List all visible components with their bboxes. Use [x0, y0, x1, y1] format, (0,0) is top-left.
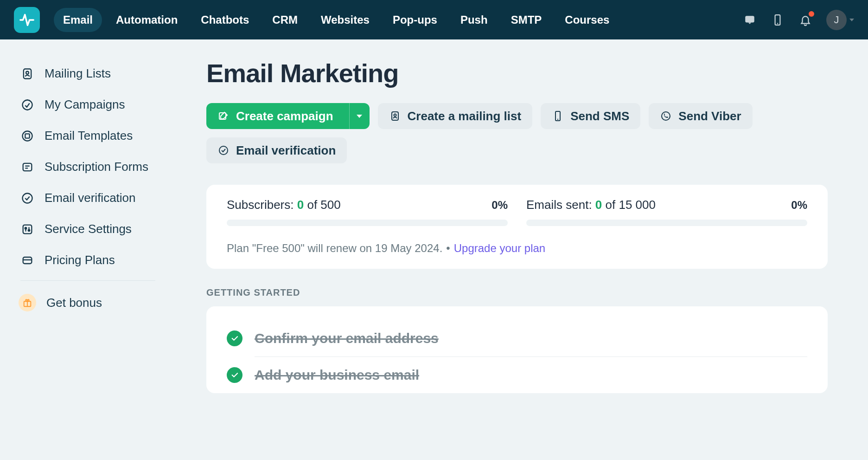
- sidebar-item-label: Get bonus: [46, 296, 102, 310]
- chat-icon[interactable]: [743, 13, 757, 27]
- avatar: J: [826, 10, 847, 30]
- nav-item-chatbots[interactable]: Chatbots: [191, 8, 258, 32]
- label-text: Subscribers:: [227, 198, 294, 212]
- action-buttons: Create campaign Create a mailing list Se…: [206, 103, 828, 163]
- chevron-down-icon: [849, 19, 854, 21]
- nav-label: Websites: [321, 13, 370, 26]
- stat-value: 0: [297, 198, 304, 212]
- main-content: Email Marketing Create campaign Create a…: [165, 39, 851, 393]
- sidebar-item-label: Subscription Forms: [45, 160, 148, 174]
- stat-label: Subscribers: 0 of 500: [227, 198, 341, 212]
- gift-icon: [19, 294, 36, 311]
- button-label: Send Viber: [678, 109, 741, 123]
- send-viber-button[interactable]: Send Viber: [649, 103, 752, 129]
- nav-label: SMTP: [511, 13, 542, 26]
- sidebar-item-label: Mailing Lists: [45, 66, 111, 81]
- page-title: Email Marketing: [206, 58, 828, 88]
- nav-item-automation[interactable]: Automation: [107, 8, 187, 32]
- nav-label: Pop-ups: [393, 13, 437, 26]
- sidebar-item-email-templates[interactable]: Email Templates: [11, 120, 165, 151]
- svg-point-23: [394, 114, 396, 117]
- check-icon: [227, 367, 243, 383]
- top-nav: Email Automation Chatbots CRM Websites P…: [0, 0, 868, 39]
- sidebar-item-label: Email Templates: [45, 129, 133, 143]
- sidebar-item-mailing-lists[interactable]: Mailing Lists: [11, 58, 165, 89]
- nav-item-email[interactable]: Email: [54, 8, 102, 32]
- forms-icon: [20, 160, 34, 174]
- progress-bar: [227, 220, 508, 226]
- settings-icon: [20, 222, 34, 236]
- svg-point-5: [23, 100, 32, 110]
- plan-info: Plan "Free 500" will renew on 19 May 202…: [227, 242, 807, 255]
- label-text: Emails sent:: [526, 198, 592, 212]
- sidebar-item-label: My Campaigns: [45, 97, 125, 112]
- progress-bar: [526, 220, 807, 226]
- nav-item-smtp[interactable]: SMTP: [502, 8, 551, 32]
- create-mailing-list-button[interactable]: Create a mailing list: [378, 103, 533, 129]
- nav-items: Email Automation Chatbots CRM Websites P…: [54, 8, 743, 32]
- upgrade-plan-link[interactable]: Upgrade your plan: [454, 242, 545, 255]
- stat-percent: 0%: [491, 199, 508, 212]
- nav-item-courses[interactable]: Courses: [555, 8, 619, 32]
- nav-label: CRM: [272, 13, 298, 26]
- sidebar-item-service-settings[interactable]: Service Settings: [11, 214, 165, 245]
- nav-right: J: [743, 10, 854, 30]
- nav-label: Chatbots: [201, 13, 249, 26]
- getting-started-heading: GETTING STARTED: [206, 287, 828, 298]
- svg-rect-0: [745, 16, 754, 22]
- viber-icon: [660, 110, 672, 122]
- button-label: Send SMS: [570, 109, 629, 123]
- create-campaign-button[interactable]: Create campaign: [206, 103, 370, 129]
- pulse-icon: [19, 12, 35, 28]
- sidebar-item-subscription-forms[interactable]: Subscription Forms: [11, 151, 165, 182]
- templates-icon: [20, 129, 34, 143]
- step-add-business-email: Add your business email: [227, 357, 807, 393]
- logo[interactable]: [14, 7, 40, 33]
- avatar-initial: J: [834, 14, 839, 26]
- step-confirm-email: Confirm your email address: [227, 320, 807, 356]
- sidebar: Mailing Lists My Campaigns Email Templat…: [0, 39, 165, 393]
- step-text: Add your business email: [255, 367, 419, 383]
- stats-card: Subscribers: 0 of 500 0% Emails sent: 0 …: [206, 185, 828, 269]
- nav-label: Email: [63, 13, 93, 26]
- button-label: Create a mailing list: [408, 109, 522, 123]
- mobile-icon: [552, 110, 564, 122]
- mobile-icon[interactable]: [771, 13, 785, 27]
- dropdown-toggle[interactable]: [349, 103, 370, 129]
- nav-item-push[interactable]: Push: [451, 8, 497, 32]
- verify-icon: [217, 144, 230, 156]
- nav-item-popups[interactable]: Pop-ups: [383, 8, 447, 32]
- user-menu[interactable]: J: [826, 10, 854, 30]
- sidebar-item-email-verification[interactable]: Email verification: [11, 182, 165, 214]
- sidebar-item-label: Service Settings: [45, 222, 132, 236]
- sidebar-item-my-campaigns[interactable]: My Campaigns: [11, 89, 165, 120]
- button-label: Email verification: [236, 143, 336, 158]
- divider: [20, 280, 155, 281]
- send-icon: [20, 98, 34, 112]
- compose-icon: [217, 110, 230, 122]
- check-icon: [227, 330, 243, 346]
- nav-item-crm[interactable]: CRM: [263, 8, 307, 32]
- svg-point-27: [219, 146, 228, 155]
- send-sms-button[interactable]: Send SMS: [541, 103, 640, 129]
- nav-label: Courses: [565, 13, 609, 26]
- stat-of: of 15 000: [606, 198, 656, 212]
- contacts-icon: [389, 110, 401, 122]
- notification-badge: [809, 11, 814, 17]
- bell-icon[interactable]: [798, 13, 812, 27]
- nav-label: Automation: [116, 13, 178, 26]
- nav-label: Push: [460, 13, 488, 26]
- stat-percent: 0%: [791, 199, 807, 212]
- email-verification-button[interactable]: Email verification: [206, 137, 347, 163]
- svg-point-6: [23, 131, 32, 141]
- svg-rect-12: [23, 225, 32, 233]
- sidebar-item-pricing-plans[interactable]: Pricing Plans: [11, 245, 165, 276]
- sidebar-item-label: Email verification: [45, 191, 136, 205]
- separator-dot: •: [446, 242, 450, 255]
- svg-point-11: [23, 193, 32, 203]
- verify-icon: [20, 191, 34, 205]
- nav-item-websites[interactable]: Websites: [312, 8, 379, 32]
- sidebar-item-get-bonus[interactable]: Get bonus: [11, 285, 165, 320]
- chevron-down-icon: [357, 115, 362, 118]
- subscribers-stat: Subscribers: 0 of 500 0%: [227, 198, 508, 226]
